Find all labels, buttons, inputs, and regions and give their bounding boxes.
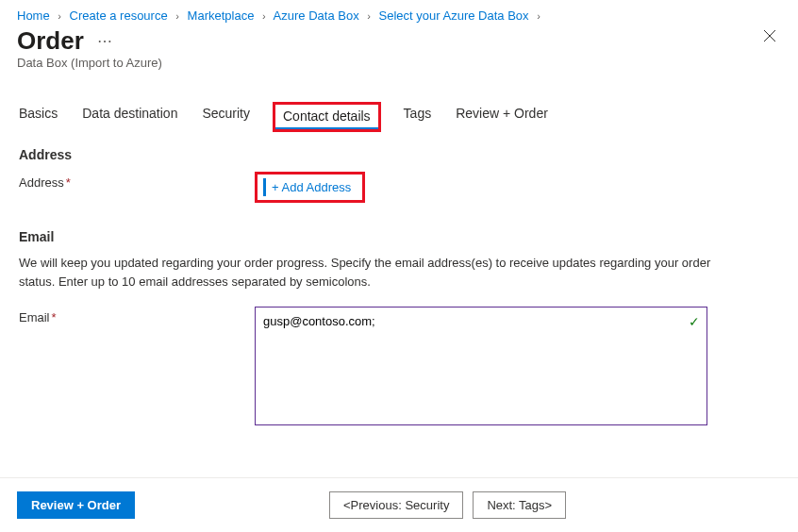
address-field-label: Address* bbox=[19, 172, 255, 190]
breadcrumb-create-resource[interactable]: Create a resource bbox=[70, 8, 168, 23]
email-field-label: Email* bbox=[19, 307, 255, 324]
chevron-right-icon: › bbox=[262, 10, 266, 22]
review-order-button[interactable]: Review + Order bbox=[17, 491, 135, 519]
breadcrumb-marketplace[interactable]: Marketplace bbox=[188, 8, 255, 23]
chevron-right-icon: › bbox=[175, 10, 179, 22]
breadcrumb-home[interactable]: Home bbox=[17, 8, 50, 23]
page-subtitle: Data Box (Import to Azure) bbox=[0, 56, 798, 74]
previous-button[interactable]: <Previous: Security bbox=[329, 491, 463, 519]
breadcrumb: Home › Create a resource › Marketplace ›… bbox=[0, 0, 798, 23]
tab-data-destination[interactable]: Data destination bbox=[80, 102, 179, 132]
tab-contact-details[interactable]: Contact details bbox=[273, 102, 381, 132]
close-icon[interactable] bbox=[762, 28, 781, 47]
add-address-highlight: + Add Address bbox=[255, 172, 365, 203]
next-button[interactable]: Next: Tags> bbox=[473, 491, 566, 519]
chevron-right-icon: › bbox=[367, 10, 371, 22]
page-title: Order bbox=[17, 26, 84, 56]
required-indicator: * bbox=[52, 310, 57, 324]
email-section-title: Email bbox=[19, 229, 779, 244]
tab-security[interactable]: Security bbox=[200, 102, 252, 132]
chevron-right-icon: › bbox=[537, 10, 540, 22]
footer-bar: Review + Order <Previous: Security Next:… bbox=[0, 477, 798, 532]
add-address-button[interactable]: + Add Address bbox=[263, 178, 357, 196]
more-options-icon[interactable]: ⋯ bbox=[97, 32, 113, 50]
tab-review-order[interactable]: Review + Order bbox=[454, 102, 550, 132]
breadcrumb-azure-data-box[interactable]: Azure Data Box bbox=[274, 8, 359, 23]
tab-tags[interactable]: Tags bbox=[402, 102, 434, 132]
required-indicator: * bbox=[66, 175, 71, 190]
email-help-text: We will keep you updated regarding your … bbox=[19, 254, 717, 291]
tabs: Basics Data destination Security Contact… bbox=[0, 74, 798, 132]
breadcrumb-select-data-box[interactable]: Select your Azure Data Box bbox=[379, 8, 529, 23]
checkmark-icon: ✓ bbox=[689, 314, 700, 329]
email-input[interactable] bbox=[255, 307, 707, 425]
tab-basics[interactable]: Basics bbox=[17, 102, 59, 132]
address-section-title: Address bbox=[19, 147, 779, 162]
chevron-right-icon: › bbox=[58, 10, 61, 22]
